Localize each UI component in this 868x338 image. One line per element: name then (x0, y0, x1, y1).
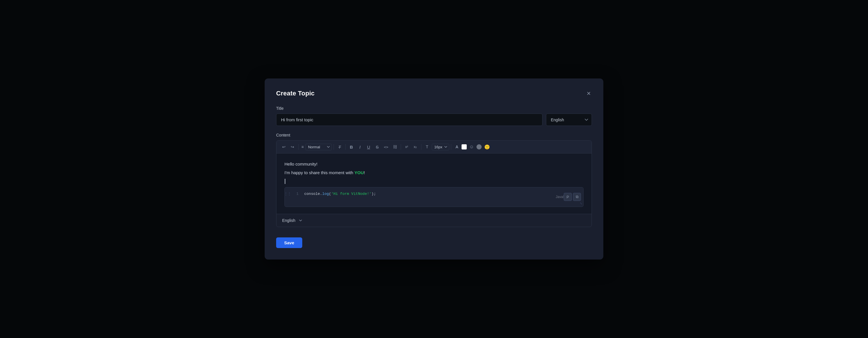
title-input[interactable] (276, 114, 542, 126)
font-size-label: T (423, 143, 431, 151)
undo-button[interactable]: ↩ (280, 143, 288, 151)
superscript-button[interactable]: x² (403, 143, 411, 151)
editor-toolbar: ↩ ↪ ≡ Normal Heading 1 Heading 2 Heading… (276, 141, 592, 153)
code-semi: ; (374, 192, 376, 196)
title-row: English French Spanish (276, 114, 592, 126)
editor-line2-post: ! (364, 170, 365, 175)
toolbar-divider-2 (334, 144, 334, 150)
editor-line2-highlight: YOU (354, 170, 364, 175)
editor-line-2: I'm happy to share this moment with YOU! (284, 169, 584, 176)
toolbar-divider-3 (345, 144, 346, 150)
create-topic-modal: Create Topic × Title English French Span… (265, 79, 603, 259)
code-block: ⋮⋮ 1 console.log('Hi form VitNode!'); Ja… (284, 187, 584, 207)
subscript-button[interactable]: x₂ (411, 143, 420, 151)
modal-header: Create Topic × (276, 89, 592, 98)
clear-format-button[interactable]: T (336, 143, 344, 151)
code-method: log (322, 192, 329, 196)
color-swatch-white[interactable] (462, 144, 467, 149)
toolbar-divider-4 (401, 144, 401, 150)
code-drag-handle[interactable]: ⋮⋮ (285, 188, 290, 201)
highlight-button[interactable]: ☺ (467, 143, 476, 151)
underline-button[interactable]: U (365, 143, 373, 151)
emoji-button[interactable]: 🙂 (482, 143, 492, 151)
title-language-select[interactable]: English French Spanish (546, 114, 592, 126)
close-button[interactable]: × (586, 89, 592, 98)
code-inline-button[interactable]: <> (382, 143, 391, 151)
code-prettify-button[interactable]: P (564, 193, 572, 201)
strikethrough-button[interactable]: S (373, 143, 381, 151)
content-section: Content ↩ ↪ ≡ Normal Heading 1 Heading 2… (276, 133, 592, 248)
code-keyword: console (304, 192, 320, 196)
editor-line-1: Hello community! (284, 160, 584, 168)
code-actions: P ⧉ (564, 193, 581, 201)
bottom-language-bar: English French Spanish (276, 214, 592, 227)
bold-button[interactable]: B (347, 143, 355, 151)
editor-container: ↩ ↪ ≡ Normal Heading 1 Heading 2 Heading… (276, 140, 592, 227)
italic-button[interactable]: I (356, 143, 364, 151)
text-color-button[interactable]: A (453, 143, 461, 151)
code-close-paren: ) (371, 192, 374, 196)
code-block-inner: ⋮⋮ 1 console.log('Hi form VitNode!'); (285, 188, 583, 201)
title-label: Title (276, 106, 592, 111)
code-content-area[interactable]: console.log('Hi form VitNode!'); (301, 188, 583, 201)
redo-button[interactable]: ↪ (288, 143, 297, 151)
link-button[interactable]: ⛓ (391, 143, 399, 151)
modal-title: Create Topic (276, 90, 315, 97)
toolbar-divider-1 (298, 144, 299, 150)
code-line-numbers: 1 (290, 188, 301, 201)
text-style-select[interactable]: Normal Heading 1 Heading 2 Heading 3 (305, 144, 332, 150)
toolbar-divider-5 (421, 144, 422, 150)
title-section: Title English French Spanish (276, 106, 592, 126)
editor-line2-pre: I'm happy to share this moment with (284, 170, 354, 175)
format-icon: ≡ (300, 145, 305, 149)
save-button[interactable]: Save (276, 237, 302, 248)
toolbar-divider-6 (451, 144, 451, 150)
editor-cursor-line (284, 177, 584, 185)
color-swatch-gray[interactable] (476, 144, 482, 149)
resize-handle[interactable]: ⤡ (285, 201, 583, 207)
editor-body[interactable]: Hello community! I'm happy to share this… (276, 153, 592, 214)
content-label: Content (276, 133, 592, 137)
code-open-paren: ( (329, 192, 331, 196)
code-copy-button[interactable]: ⧉ (573, 193, 581, 201)
font-size-select[interactable]: 16px 12px 14px 18px 24px (432, 144, 449, 150)
text-cursor (285, 179, 285, 184)
content-language-select[interactable]: English French Spanish (281, 218, 303, 223)
code-string: 'Hi form VitNode!' (331, 192, 371, 196)
